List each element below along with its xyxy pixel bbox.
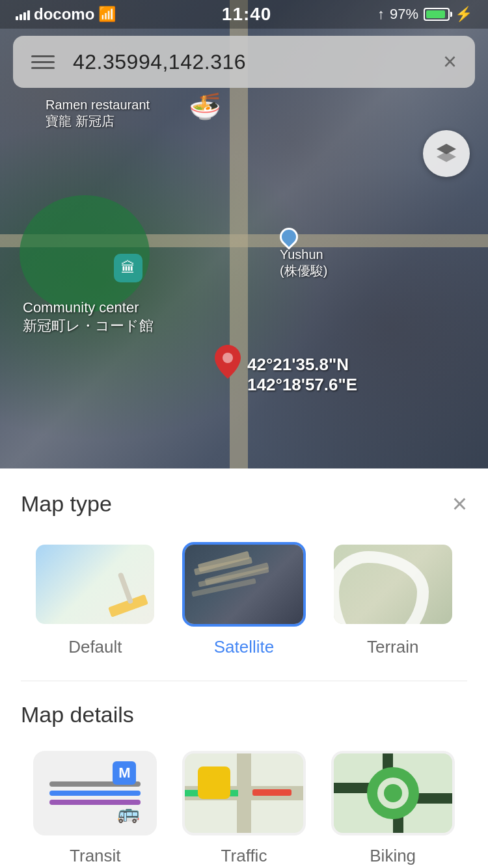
hamburger-line-1 [31, 55, 55, 57]
traffic-thumbnail [185, 753, 303, 833]
map-type-default[interactable]: Default [21, 542, 170, 657]
map-type-terrain[interactable]: Terrain [318, 542, 467, 657]
map-view[interactable]: Ramen restaurant寶龍 新冠店 Community center新… [0, 0, 488, 468]
wifi-icon: 📶 [98, 6, 116, 23]
traffic-pin-svg [204, 773, 224, 793]
map-detail-biking[interactable]: Biking [318, 751, 467, 866]
map-type-grid: Default Satellite Terrain [21, 542, 467, 657]
main-pin[interactable] [215, 345, 241, 381]
yushun-pin-dot [276, 224, 302, 250]
map-detail-traffic[interactable]: Traffic [170, 751, 319, 866]
time-display: 11:40 [222, 4, 272, 25]
map-details-title: Map details [21, 702, 467, 727]
community-pin[interactable]: 🏛 [114, 254, 142, 282]
red-pin-svg [215, 345, 241, 379]
layer-toggle-button[interactable] [423, 130, 470, 177]
status-right: ↑ 97% ⚡ [377, 6, 472, 23]
battery-indicator [424, 8, 450, 21]
yushun-pin[interactable] [280, 228, 298, 246]
transit-thumbnail: M 🚌 [36, 753, 154, 833]
map-type-title: Map type [21, 491, 112, 517]
map-type-close-button[interactable]: × [452, 489, 467, 519]
battery-icon [424, 8, 450, 21]
svg-marker-2 [437, 152, 456, 162]
location-icon: ↑ [377, 6, 385, 23]
biking-label: Biking [370, 846, 416, 866]
map-type-satellite[interactable]: Satellite [170, 542, 319, 657]
coords-label: 42°21'35.8"N142°18'57.6"E [247, 355, 357, 395]
traffic-thumb [182, 751, 306, 835]
search-clear-button[interactable]: × [443, 48, 457, 75]
map-type-header: Map type × [21, 489, 467, 519]
search-query[interactable]: 42.35994,142.316 [73, 50, 443, 74]
battery-fill [426, 10, 445, 18]
community-pin-icon: 🏛 [114, 254, 142, 282]
default-thumbnail [36, 545, 154, 624]
search-bar[interactable]: 42.35994,142.316 × [13, 36, 475, 88]
map-type-satellite-label: Satellite [214, 637, 275, 657]
battery-pct: 97% [390, 6, 418, 23]
biking-thumbnail [334, 753, 452, 833]
status-left: docomo 📶 [16, 5, 116, 23]
hamburger-line-2 [31, 61, 55, 63]
status-bar: docomo 📶 11:40 ↑ 97% ⚡ [0, 0, 488, 29]
section-divider [21, 681, 467, 681]
map-detail-transit[interactable]: M 🚌 Transit [21, 751, 170, 866]
community-label: Community center新冠町レ・コード館 [23, 299, 154, 336]
ramen-pin[interactable]: 🍜 [189, 91, 221, 122]
map-details-grid: M 🚌 Transit [21, 751, 467, 866]
hamburger-menu[interactable] [31, 55, 55, 69]
svg-point-0 [223, 353, 233, 363]
biking-thumb [331, 751, 455, 835]
bottom-panel: Map type × Default Satellite [0, 468, 488, 868]
map-type-satellite-thumb [182, 542, 306, 627]
map-type-terrain-label: Terrain [367, 637, 418, 657]
charging-icon: ⚡ [455, 6, 472, 23]
map-type-default-thumb [33, 542, 157, 627]
map-type-terrain-thumb [331, 542, 455, 627]
carrier-label: docomo [34, 5, 94, 23]
transit-thumb: M 🚌 [33, 751, 157, 835]
transit-line-blue [49, 791, 141, 796]
transit-m-icon: M [113, 761, 136, 785]
hamburger-line-3 [31, 67, 55, 69]
traffic-label: Traffic [221, 846, 267, 866]
terrain-thumbnail [334, 545, 452, 624]
ramen-label: Ramen restaurant寶龍 新冠店 [46, 98, 150, 130]
map-type-default-label: Default [68, 637, 122, 657]
transit-bus-icon: 🚌 [117, 802, 140, 824]
yushun-label: Yushun(株優駿) [280, 247, 327, 280]
layer-icon [434, 141, 459, 166]
svg-rect-3 [206, 775, 222, 791]
transit-label: Transit [70, 846, 121, 866]
signal-bars [16, 8, 30, 20]
satellite-thumbnail [185, 545, 303, 624]
traffic-yellow-marker [198, 766, 230, 799]
